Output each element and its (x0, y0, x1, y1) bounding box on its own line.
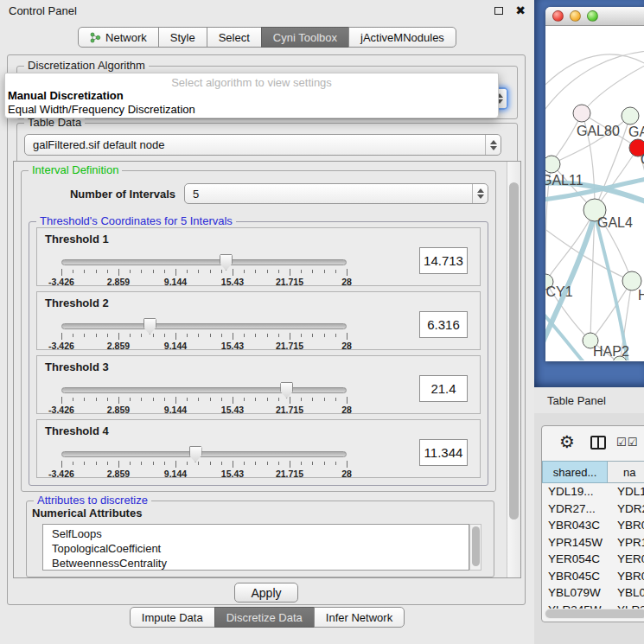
network-edge (590, 281, 632, 341)
tick-label: 9.144 (164, 341, 187, 351)
attribute-list-item[interactable]: SelfLoops (52, 526, 469, 541)
close-traffic-light-icon[interactable] (552, 10, 564, 22)
tab-label: Cyni Toolbox (273, 31, 337, 44)
tick-label: 15.43 (221, 341, 244, 351)
threshold-panel: Threshold 1-3.4262.8599.14415.4321.71528… (36, 227, 481, 286)
node-label: HAP2 (593, 344, 629, 359)
table-row[interactable]: YIL053CYIL0 (542, 620, 644, 622)
number-of-intervals-combobox[interactable]: 5 (184, 183, 488, 204)
threshold-value-field[interactable]: 21.4 (419, 375, 468, 402)
tick-label: -3.426 (48, 341, 74, 351)
dropdown-option[interactable]: Manual Discretization (5, 89, 498, 103)
tab-jactivemnodules[interactable]: jActiveMNodules (348, 27, 456, 48)
node-label: GCY1 (545, 284, 573, 299)
tick-label: 15.43 (221, 277, 244, 287)
table-cell: YER054C (542, 552, 608, 570)
tab-infer-network[interactable]: Infer Network (314, 607, 405, 628)
threshold-group-title: Threshold's Coordinates for 5 Intervals (36, 214, 236, 227)
tick-label: -3.426 (48, 469, 74, 479)
table-row[interactable]: YDR27...YDR2 (542, 502, 644, 520)
node-gal80[interactable] (573, 105, 590, 122)
table-cell: YBR043C (542, 519, 608, 536)
tab-select[interactable]: Select (207, 27, 262, 48)
algorithm-group-title: Discretization Algorithm (24, 59, 149, 72)
tick-label: -3.426 (48, 277, 74, 287)
threshold-label: Threshold 1 (45, 233, 109, 245)
table-panel-title: Table Panel (547, 394, 606, 407)
control-panel: Control Panel ✖ NetworkStyleSelectCyni T… (0, 0, 534, 644)
settings-vertical-scrollbar[interactable] (507, 162, 520, 577)
tab-network[interactable]: Network (78, 27, 159, 48)
dropdown-hint: Select algorithm to view settings (5, 73, 498, 89)
table-cell: YDL1 (608, 485, 644, 502)
threshold-value-field[interactable]: 14.713 (419, 247, 468, 274)
node-gal11[interactable] (545, 156, 560, 173)
threshold-slider[interactable]: -3.4262.8599.14415.4321.71528 (61, 318, 347, 344)
tab-style[interactable]: Style (158, 27, 207, 48)
node-label: H (638, 288, 644, 303)
tick-label: 15.43 (221, 469, 244, 479)
numerical-attributes-list[interactable]: SelfLoopsTopologicalCoefficientBetweenne… (42, 524, 469, 571)
node-label: C (641, 152, 644, 167)
node-label: GAL80 (577, 124, 620, 138)
close-icon[interactable]: ✖ (515, 4, 526, 16)
tick-label: 21.715 (276, 277, 303, 287)
column-header[interactable]: shared... (542, 461, 608, 483)
network-graph-canvas[interactable]: GAL80GACGAL11GAL4GCY1HHAP2 (545, 26, 644, 360)
network-edge (582, 59, 644, 113)
tab-label: Discretize Data (226, 611, 303, 624)
threshold-slider[interactable]: -3.4262.8599.14415.4321.71528 (61, 446, 347, 472)
minimize-traffic-light-icon[interactable] (570, 10, 581, 22)
attributes-list-scrollbar[interactable] (469, 524, 481, 571)
tick-label: -3.426 (48, 405, 74, 415)
table-data-combobox[interactable]: galFiltered.sif default node (24, 134, 501, 156)
checkbox-filter-icons[interactable]: ☑☑ (616, 436, 638, 449)
table-row[interactable]: YPR145WYPR1 (542, 536, 644, 553)
threshold-slider[interactable]: -3.4262.8599.14415.4321.71528 (61, 382, 347, 408)
node-label: GAL11 (545, 173, 583, 188)
threshold-value-field[interactable]: 11.344 (419, 439, 468, 466)
network-edge (545, 210, 595, 282)
node-label: GA (628, 124, 644, 139)
table-row[interactable]: YDL19...YDL1 (542, 485, 644, 502)
table-cell: YDL19... (542, 485, 608, 502)
table-header-row: shared...na (542, 461, 644, 483)
tick-label: 28 (341, 277, 352, 287)
gear-icon[interactable]: ⚙ (559, 433, 575, 450)
network-edge-thick (545, 305, 584, 360)
tab-discretize-data[interactable]: Discretize Data (214, 607, 315, 628)
attribute-list-item[interactable]: BetweennessCentrality (52, 556, 469, 571)
node-top-right[interactable] (622, 107, 639, 124)
table-row[interactable]: YBR045CYBR0 (542, 570, 644, 587)
table-cell: YBR0 (608, 570, 644, 587)
float-window-icon[interactable] (494, 7, 503, 15)
attribute-list-item[interactable]: TopologicalCoefficient (52, 541, 469, 556)
top-tabbar: NetworkStyleSelectCyni ToolboxjActiveMNo… (0, 27, 534, 48)
column-header[interactable]: na (608, 461, 644, 483)
threshold-slider[interactable]: -3.4262.8599.14415.4321.71528 (61, 254, 347, 280)
split-columns-icon[interactable] (590, 436, 606, 450)
control-panel-titlebar: Control Panel ✖ (0, 0, 534, 21)
network-view-area: GAL80GACGAL11GAL4GCY1HHAP2 (534, 0, 644, 387)
tick-label: 2.859 (107, 469, 130, 479)
zoom-traffic-light-icon[interactable] (587, 10, 598, 22)
table-rows: YDL19...YDL1YDR27...YDR2YBR043CYBR0YPR14… (542, 483, 644, 622)
combo-arrows-icon (472, 184, 488, 203)
table-row[interactable]: YBR043CYBR0 (542, 519, 644, 536)
tab-impute-data[interactable]: Impute Data (130, 607, 215, 628)
tab-cyni-toolbox[interactable]: Cyni Toolbox (261, 27, 349, 48)
threshold-panel: Threshold 2-3.4262.8599.14415.4321.71528… (36, 291, 481, 350)
threshold-value-field[interactable]: 6.316 (419, 311, 468, 338)
threshold-panel: Threshold 4-3.4262.8599.14415.4321.71528… (36, 419, 481, 478)
table-horizontal-scrollbar[interactable] (545, 609, 644, 619)
dropdown-option[interactable]: Equal Width/Frequency Discretization (5, 103, 498, 117)
table-row[interactable]: YBL079WYBL0 (542, 586, 644, 603)
table-cell: YDR27... (542, 502, 608, 520)
apply-button[interactable]: Apply (234, 583, 298, 603)
table-row[interactable]: YER054CYER0 (542, 552, 644, 570)
table-cell: YPR1 (608, 536, 644, 553)
threshold-label: Threshold 4 (45, 424, 109, 437)
cyni-toolbox-panel: Discretization Algorithm Table Data galF… (7, 54, 526, 605)
tick-label: 9.144 (164, 469, 187, 479)
table-toolbar: ⚙ ☑☑ (542, 426, 644, 461)
